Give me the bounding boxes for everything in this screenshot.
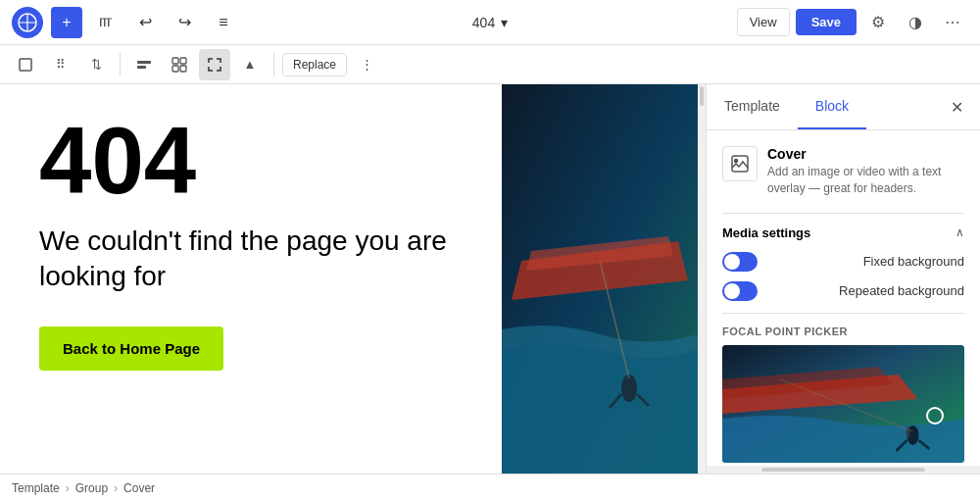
block-name: Cover: [767, 146, 964, 162]
save-button[interactable]: Save: [796, 9, 857, 35]
focal-point-label: FOCAL POINT PICKER: [722, 326, 964, 337]
svg-rect-7: [180, 66, 186, 72]
cover-image: [502, 84, 698, 474]
block-description: Add an image or video with a text overla…: [767, 164, 964, 197]
panel-scrollbar[interactable]: [707, 466, 980, 474]
tab-block[interactable]: Block: [798, 84, 866, 129]
view-button[interactable]: View: [737, 8, 790, 36]
divider-2: [722, 313, 964, 314]
align-left-button[interactable]: [128, 49, 160, 80]
repeated-background-toggle[interactable]: [722, 281, 758, 301]
fixed-background-toggle[interactable]: [722, 252, 758, 272]
bottom-bar: Template › Group › Cover: [0, 474, 980, 501]
error-code: 404: [39, 114, 463, 208]
warning-button[interactable]: ▲: [234, 49, 266, 80]
svg-rect-4: [172, 58, 178, 64]
add-block-button[interactable]: +: [51, 7, 82, 38]
breadcrumb-cover[interactable]: Cover: [123, 481, 155, 495]
repeated-background-row: Repeated background: [722, 281, 964, 301]
separator-2: [273, 53, 274, 76]
redo-button[interactable]: ↪: [169, 7, 200, 38]
fullscreen-button[interactable]: [199, 49, 230, 80]
select-mode-button[interactable]: [10, 49, 41, 80]
list-view-button[interactable]: ≡: [208, 7, 239, 38]
repeated-background-label: Repeated background: [839, 283, 964, 298]
back-to-home-button[interactable]: Back to Home Page: [39, 326, 223, 371]
replace-button[interactable]: Replace: [282, 53, 347, 76]
svg-point-11: [735, 160, 738, 163]
block-icon: [722, 146, 758, 181]
top-bar-right: View Save ⚙ ◑ ⋯: [737, 7, 968, 38]
content-area: 404 We couldn't find the page you are lo…: [0, 84, 706, 474]
page-content: 404 We couldn't find the page you are lo…: [0, 84, 502, 474]
appearance-button[interactable]: ◑: [900, 7, 931, 38]
error-message: We couldn't find the page you are lookin…: [39, 224, 463, 295]
grid-view-button[interactable]: [164, 49, 195, 80]
tools-button[interactable]: [90, 7, 122, 38]
drag-handle-button[interactable]: ⠿: [45, 49, 76, 80]
svg-rect-14: [906, 426, 910, 438]
fixed-background-label: Fixed background: [863, 254, 964, 269]
fixed-background-row: Fixed background: [722, 252, 964, 272]
block-info: Cover Add an image or video with a text …: [722, 146, 964, 197]
svg-rect-3: [137, 66, 146, 69]
svg-point-9: [621, 375, 637, 402]
settings-button[interactable]: ⚙: [862, 7, 894, 38]
divider: [722, 213, 964, 214]
svg-rect-2: [137, 61, 151, 64]
undo-button[interactable]: ↩: [129, 7, 161, 38]
main-layout: 404 We couldn't find the page you are lo…: [0, 84, 980, 474]
panel-close-button[interactable]: ✕: [941, 91, 972, 123]
tab-template[interactable]: Template: [707, 84, 798, 129]
media-settings-label: Media settings: [722, 225, 810, 240]
toggle-knob: [724, 254, 740, 270]
breadcrumb-sep-1: ›: [66, 481, 70, 495]
wp-logo-icon[interactable]: [12, 7, 43, 38]
block-details: Cover Add an image or video with a text …: [767, 146, 964, 197]
breadcrumb-group[interactable]: Group: [75, 481, 108, 495]
breadcrumb-template[interactable]: Template: [12, 481, 60, 495]
svg-rect-6: [172, 66, 178, 72]
right-panel: Template Block ✕ Cover Add an image or v…: [706, 84, 980, 474]
chevron-down-icon[interactable]: ▾: [501, 15, 508, 30]
top-bar: + ↩ ↪ ≡ 404 ▾ View Save ⚙ ◑ ⋯: [0, 0, 980, 45]
section-collapse-icon[interactable]: ∧: [956, 225, 964, 239]
separator: [120, 53, 121, 76]
focal-point-circle[interactable]: [926, 407, 944, 425]
vertical-scrollbar[interactable]: [698, 84, 706, 474]
panel-body: Cover Add an image or video with a text …: [707, 130, 980, 466]
block-toolbar: ⠿ ⇅ ▲ Replace ⋮: [0, 45, 980, 84]
svg-rect-5: [180, 58, 186, 64]
page-title: 404: [472, 15, 495, 30]
media-settings-header: Media settings ∧: [722, 225, 964, 240]
page-title-area: 404 ▾: [472, 15, 508, 30]
move-arrows-button[interactable]: ⇅: [80, 49, 112, 80]
focal-point-image[interactable]: [722, 345, 964, 463]
more-options-button[interactable]: ⋯: [937, 7, 968, 38]
block-more-button[interactable]: ⋮: [351, 49, 382, 80]
toggle-knob-2: [724, 283, 740, 299]
breadcrumb-sep-2: ›: [114, 481, 118, 495]
panel-header: Template Block ✕: [707, 84, 980, 130]
svg-rect-1: [20, 59, 31, 71]
